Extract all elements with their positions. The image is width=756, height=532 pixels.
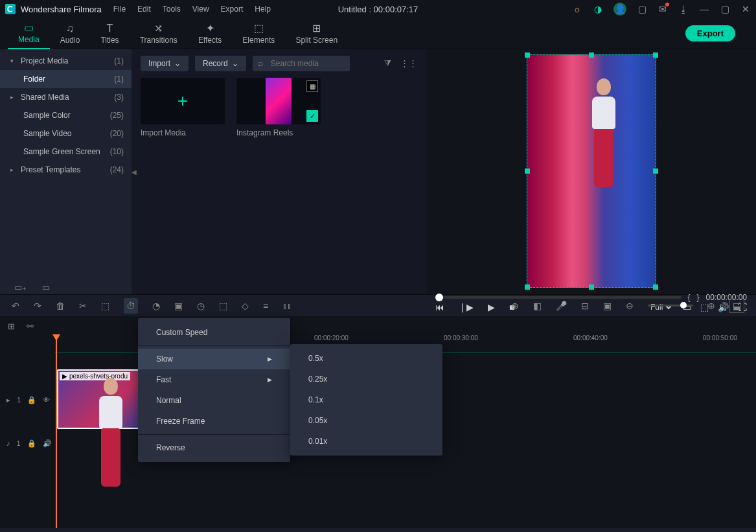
message-icon[interactable]: ✉: [658, 4, 668, 14]
link-icon[interactable]: ⚯: [27, 321, 34, 331]
export-button[interactable]: Export: [685, 25, 735, 41]
menu-export[interactable]: Export: [221, 5, 244, 14]
detect-icon[interactable]: ⬚: [219, 301, 227, 311]
record-dropdown[interactable]: Record⌄: [195, 56, 246, 71]
menu-custom-speed[interactable]: Custom Speed: [138, 322, 290, 343]
menu-reverse[interactable]: Reverse: [138, 437, 290, 458]
menu-tools[interactable]: Tools: [163, 5, 181, 14]
resize-handle[interactable]: [525, 52, 530, 58]
new-folder-icon[interactable]: ▭₊: [14, 283, 27, 292]
tab-media[interactable]: ▭Media: [8, 17, 50, 49]
resize-handle[interactable]: [525, 284, 530, 290]
playhead[interactable]: [56, 334, 57, 528]
collapse-handle-icon[interactable]: ◀: [132, 168, 137, 176]
sidebar-item-folder[interactable]: Folder(1): [0, 70, 132, 88]
text-icon: T: [107, 23, 113, 34]
keyframe-icon[interactable]: ◇: [242, 301, 249, 311]
media-clip-tile[interactable]: ▦ ✓ Instagram Reels: [236, 78, 321, 137]
zoom-in-icon[interactable]: ⊕: [707, 301, 715, 311]
scrub-track[interactable]: [435, 296, 682, 299]
download-icon[interactable]: ⭳: [678, 4, 689, 14]
prev-frame-button[interactable]: ⏮: [435, 302, 444, 312]
chevron-down-icon: ⌄: [232, 59, 238, 68]
sidebar-item-shared-media[interactable]: ▸Shared Media(3): [0, 88, 132, 106]
marker-icon[interactable]: ◧: [533, 301, 542, 311]
headset-icon[interactable]: ◑: [593, 4, 603, 14]
track-options-icon[interactable]: ⊞: [8, 321, 15, 331]
menu-speed-0-5x[interactable]: 0.5x: [290, 348, 442, 369]
menu-view[interactable]: View: [192, 5, 209, 14]
tab-elements[interactable]: ⬚Elements: [232, 18, 285, 49]
redo-icon[interactable]: ↷: [34, 301, 41, 311]
account-icon[interactable]: 👤: [613, 3, 626, 16]
render-icon[interactable]: ▣: [603, 301, 612, 311]
preview-canvas[interactable]: [527, 54, 656, 288]
tab-audio[interactable]: ♫Audio: [50, 19, 91, 49]
sidebar-item-sample-video[interactable]: Sample Video(20): [0, 124, 132, 143]
menu-edit[interactable]: Edit: [137, 5, 151, 14]
resize-handle[interactable]: [525, 168, 530, 174]
menu-speed-0-1x[interactable]: 0.1x: [290, 389, 442, 410]
resize-handle[interactable]: [653, 52, 658, 58]
minimize-button[interactable]: —: [699, 4, 709, 14]
sidebar-item-sample-color[interactable]: Sample Color(25): [0, 106, 132, 124]
menu-fast[interactable]: Fast▶: [138, 369, 290, 390]
tab-titles[interactable]: TTitles: [90, 19, 129, 49]
volume-icon[interactable]: 🔊: [718, 302, 729, 312]
mixer-icon[interactable]: ⊟: [581, 301, 589, 311]
crop-icon[interactable]: ⬚: [101, 301, 109, 311]
menu-freeze-frame[interactable]: Freeze Frame: [138, 411, 290, 432]
resize-handle[interactable]: [653, 168, 658, 174]
resize-handle[interactable]: [589, 52, 594, 58]
menu-speed-0-05x[interactable]: 0.05x: [290, 410, 442, 431]
menu-speed-0-01x[interactable]: 0.01x: [290, 431, 442, 452]
mic-icon[interactable]: 🎤: [556, 301, 567, 311]
menu-help[interactable]: Help: [255, 5, 271, 14]
lock-icon[interactable]: 🔒: [27, 439, 36, 448]
adjust-icon[interactable]: ≡: [263, 301, 268, 311]
menu-speed-0-25x[interactable]: 0.25x: [290, 369, 442, 389]
play-icon: ▶: [62, 373, 67, 380]
sidebar-item-preset-templates[interactable]: ▸Preset Templates(24): [0, 161, 132, 179]
cut-icon[interactable]: ✂: [79, 301, 87, 311]
tab-split-screen[interactable]: ⊞Split Screen: [285, 18, 348, 49]
filter-icon[interactable]: ⧩: [384, 58, 391, 69]
close-button[interactable]: ✕: [740, 4, 751, 14]
fit-icon[interactable]: ⬓: [729, 299, 744, 313]
menu-slow[interactable]: Slow▶: [138, 349, 290, 369]
tab-effects[interactable]: ✦Effects: [188, 18, 232, 49]
scrub-handle[interactable]: [435, 294, 443, 301]
grid-view-icon[interactable]: ⋮⋮: [400, 58, 417, 69]
speed-icon[interactable]: ⏱: [124, 298, 138, 314]
play-button[interactable]: ▶: [488, 302, 495, 312]
mute-icon[interactable]: 🔊: [43, 439, 52, 448]
resize-handle[interactable]: [589, 284, 594, 290]
folder-icon[interactable]: ▭: [42, 283, 50, 292]
tab-transitions[interactable]: ⤨Transitions: [130, 18, 188, 49]
idea-icon[interactable]: ☼: [572, 4, 582, 14]
resize-handle[interactable]: [653, 284, 658, 290]
menu-file[interactable]: File: [113, 5, 126, 14]
color-icon[interactable]: ◔: [152, 301, 160, 311]
zoom-slider[interactable]: [648, 305, 693, 306]
timeline-clip[interactable]: ▶pexels-shvets-produ: [57, 369, 150, 429]
green-screen-icon[interactable]: ▣: [174, 301, 183, 311]
lock-icon[interactable]: 🔒: [27, 396, 36, 404]
timer-icon[interactable]: ◷: [197, 301, 205, 311]
sidebar-item-project-media[interactable]: ▾Project Media(1): [0, 52, 132, 70]
delete-icon[interactable]: 🗑: [56, 301, 65, 311]
sidebar-item-sample-green-screen[interactable]: Sample Green Screen(10): [0, 143, 132, 161]
search-input[interactable]: [253, 56, 350, 71]
audio-waveform-icon[interactable]: ⫾⫾: [282, 301, 292, 311]
quality-dropdown[interactable]: Full: [648, 302, 674, 312]
maximize-button[interactable]: ▢: [720, 4, 730, 14]
target-icon[interactable]: ⊕: [511, 301, 519, 311]
import-media-tile[interactable]: + Import Media: [141, 78, 225, 137]
menu-normal[interactable]: Normal: [138, 390, 290, 411]
zoom-out-icon[interactable]: ⊖: [626, 301, 634, 311]
step-back-button[interactable]: ❘▶: [459, 302, 474, 312]
undo-icon[interactable]: ↶: [12, 301, 19, 311]
save-icon[interactable]: ▢: [637, 4, 647, 14]
import-dropdown[interactable]: Import⌄: [141, 56, 189, 71]
visibility-icon[interactable]: 👁: [43, 396, 50, 404]
